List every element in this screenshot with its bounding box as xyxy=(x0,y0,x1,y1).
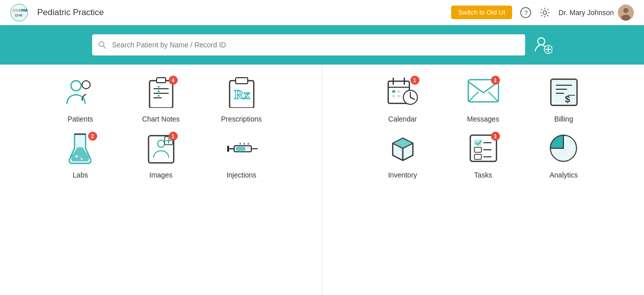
labs-icon-wrapper: 2 xyxy=(63,131,98,166)
prescriptions-icon: Rx xyxy=(228,77,256,108)
svg-point-9 xyxy=(623,8,628,13)
injections-label: Injections xyxy=(227,171,256,179)
images-icon-wrapper: 1 xyxy=(144,131,179,166)
svg-text:EHR: EHR xyxy=(15,14,23,17)
billing-item[interactable]: $ Billing xyxy=(524,70,604,126)
analytics-label: Analytics xyxy=(549,171,578,179)
svg-rect-72 xyxy=(474,154,481,159)
logo-area: Ch A RM EHR Pediatric Practice xyxy=(10,4,104,22)
search-bar xyxy=(0,25,644,65)
labs-badge: 2 xyxy=(88,132,97,141)
main-content: Patients 4 Chart xyxy=(0,65,644,295)
patients-icon-wrapper xyxy=(63,75,98,110)
svg-rect-54 xyxy=(397,90,400,93)
prescriptions-item[interactable]: Rx Prescriptions xyxy=(201,70,282,126)
svg-point-25 xyxy=(158,90,160,92)
svg-line-59 xyxy=(488,92,498,102)
patients-item[interactable]: Patients xyxy=(40,70,121,126)
svg-rect-60 xyxy=(551,79,577,105)
analytics-icon-wrapper xyxy=(546,131,582,166)
header: Ch A RM EHR Pediatric Practice Switch to… xyxy=(0,0,644,25)
left-row-2: 2 Labs xyxy=(0,126,322,182)
user-avatar xyxy=(618,5,634,21)
left-row-1: Patients 4 Chart xyxy=(0,70,322,126)
images-item[interactable]: 1 Images xyxy=(121,126,201,182)
help-button[interactable]: ? xyxy=(520,7,531,18)
labs-label: Labs xyxy=(73,171,88,179)
calendar-label: Calendar xyxy=(388,115,417,123)
chart-notes-badge: 4 xyxy=(169,76,178,85)
right-row-2: Inventory 1 xyxy=(322,126,644,182)
svg-point-24 xyxy=(158,86,160,88)
calendar-icon-wrapper: 1 xyxy=(385,75,420,110)
svg-rect-42 xyxy=(236,147,245,151)
messages-label: Messages xyxy=(467,115,499,123)
billing-icon: $ xyxy=(549,77,579,107)
images-label: Images xyxy=(150,171,173,179)
prescriptions-icon-wrapper: Rx xyxy=(224,75,259,110)
svg-rect-28 xyxy=(236,78,248,84)
question-icon: ? xyxy=(520,7,531,18)
svg-text:$: $ xyxy=(565,94,570,104)
svg-text:Ch: Ch xyxy=(13,8,18,13)
right-panel: 1 xyxy=(322,65,644,295)
inventory-item[interactable]: Inventory xyxy=(363,126,443,182)
left-panel: Patients 4 Chart xyxy=(0,65,322,295)
search-container xyxy=(92,34,525,55)
svg-point-0 xyxy=(11,4,28,21)
svg-point-31 xyxy=(81,158,83,160)
tasks-icon-wrapper: 1 xyxy=(466,131,501,166)
images-badge: 1 xyxy=(169,132,178,141)
svg-text:RM: RM xyxy=(21,8,28,13)
messages-badge: 1 xyxy=(491,76,500,85)
svg-point-17 xyxy=(71,81,81,91)
add-patient-button[interactable] xyxy=(533,35,552,54)
analytics-item[interactable]: Analytics xyxy=(524,126,604,182)
messages-item[interactable]: 1 Messages xyxy=(443,70,524,126)
svg-line-58 xyxy=(468,92,478,102)
user-info: Dr. Mary Johnson xyxy=(558,5,634,21)
injections-icon-wrapper xyxy=(224,131,259,166)
svg-rect-19 xyxy=(150,81,173,108)
calendar-item[interactable]: 1 xyxy=(363,70,443,126)
svg-point-10 xyxy=(621,15,630,21)
injections-item[interactable]: Injections xyxy=(201,126,282,182)
svg-point-13 xyxy=(538,38,545,45)
chart-notes-icon-wrapper: 4 xyxy=(144,75,179,110)
calendar-badge: 1 xyxy=(410,76,419,85)
tasks-badge: 1 xyxy=(491,132,500,141)
svg-point-34 xyxy=(158,140,165,147)
search-input[interactable] xyxy=(92,34,525,55)
patients-icon xyxy=(65,78,96,107)
app-title: Pediatric Practice xyxy=(37,8,104,18)
chart-notes-label: Chart Notes xyxy=(142,115,180,123)
svg-text:?: ? xyxy=(524,9,528,17)
svg-rect-70 xyxy=(474,147,481,152)
billing-label: Billing xyxy=(554,115,573,123)
injections-icon xyxy=(225,133,258,164)
settings-button[interactable] xyxy=(539,7,550,18)
inventory-icon-wrapper xyxy=(385,131,420,166)
right-row-1: 1 xyxy=(322,70,644,126)
svg-line-12 xyxy=(103,46,106,49)
chart-notes-item[interactable]: 4 Chart Notes xyxy=(121,70,201,126)
svg-rect-53 xyxy=(392,90,395,93)
header-right: Switch to Old UI ? Dr. Mary Johnson xyxy=(451,5,634,21)
svg-point-30 xyxy=(76,155,78,157)
prescriptions-label: Prescriptions xyxy=(221,115,262,123)
labs-item[interactable]: 2 Labs xyxy=(40,126,121,182)
svg-rect-23 xyxy=(157,78,166,83)
inventory-label: Inventory xyxy=(388,171,417,179)
user-name: Dr. Mary Johnson xyxy=(558,9,614,17)
svg-point-26 xyxy=(158,95,160,97)
svg-rect-55 xyxy=(392,95,395,97)
switch-old-ui-button[interactable]: Switch to Old UI xyxy=(451,6,512,19)
messages-icon-wrapper: 1 xyxy=(466,75,501,110)
patients-label: Patients xyxy=(67,115,93,123)
svg-point-18 xyxy=(82,81,90,89)
gear-icon xyxy=(539,7,550,18)
analytics-icon xyxy=(548,133,580,163)
inventory-icon xyxy=(388,133,418,163)
svg-point-7 xyxy=(543,11,547,14)
tasks-item[interactable]: 1 Tasks xyxy=(443,126,524,182)
